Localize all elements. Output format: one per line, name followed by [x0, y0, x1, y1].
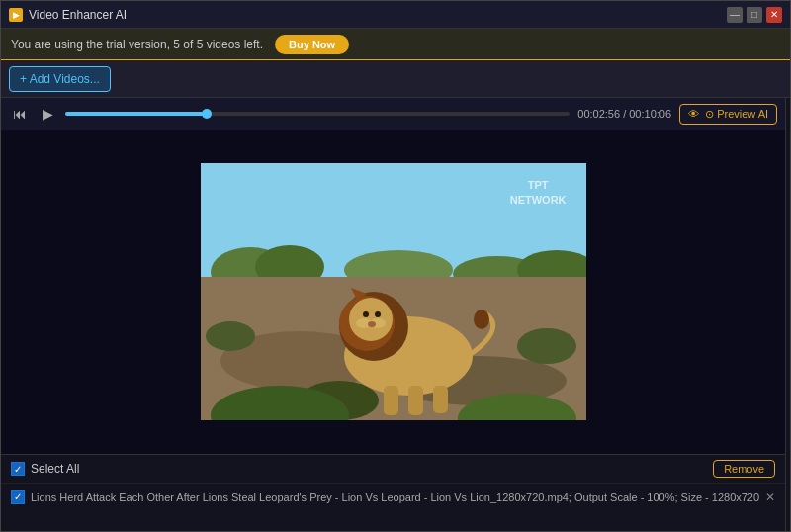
- main-area: ⏮ ▶ 00:02:56 / 00:10:06 👁 ⊙ Preview AI: [1, 98, 790, 532]
- video-frame: TPT NETWORK: [201, 163, 586, 420]
- buy-now-button[interactable]: Buy Now: [275, 35, 349, 54]
- preview-ai-button[interactable]: 👁 ⊙ Preview AI: [679, 104, 777, 125]
- seek-fill: [65, 112, 207, 116]
- file-close-icon[interactable]: ✕: [765, 490, 775, 504]
- trial-message: You are using the trial version, 5 of 5 …: [11, 38, 263, 51]
- close-button[interactable]: ✕: [766, 7, 782, 23]
- remove-button[interactable]: Remove: [713, 460, 775, 478]
- video-preview: TPT NETWORK: [1, 130, 785, 454]
- ai-model-dropdown-arrow: ▼: [785, 450, 788, 461]
- svg-point-19: [375, 311, 381, 317]
- video-watermark: TPT NETWORK: [510, 178, 567, 209]
- title-bar: ▶ Video Enhancer AI — □ ✕: [1, 1, 790, 29]
- select-all-row: Select All Remove: [1, 455, 785, 483]
- play-button[interactable]: ▶: [39, 104, 57, 124]
- file-list-row: Lions Herd Attack Each Other After Lions…: [1, 483, 785, 510]
- add-videos-button[interactable]: + Add Videos...: [9, 66, 111, 92]
- trial-bar: You are using the trial version, 5 of 5 …: [1, 29, 790, 60]
- time-display: 00:02:56 / 00:10:06: [577, 108, 671, 120]
- file-name-text: Lions Herd Attack Each Other After Lions…: [31, 491, 759, 503]
- seek-thumb: [202, 109, 212, 119]
- svg-rect-22: [384, 386, 398, 415]
- minimize-button[interactable]: —: [727, 7, 743, 23]
- maximize-button[interactable]: □: [747, 7, 762, 23]
- app-icon: ▶: [9, 8, 23, 22]
- file-list-area: Select All Remove Lions Herd Attack Each…: [1, 454, 785, 532]
- select-all-label: Select All: [31, 462, 79, 476]
- file-checkbox[interactable]: [11, 490, 25, 504]
- window-controls: — □ ✕: [727, 7, 782, 23]
- select-all-left: Select All: [11, 462, 79, 476]
- svg-point-25: [474, 310, 489, 329]
- title-bar-left: ▶ Video Enhancer AI: [9, 8, 127, 22]
- seek-bar[interactable]: [65, 112, 570, 116]
- svg-point-18: [363, 311, 369, 317]
- svg-point-10: [517, 328, 576, 364]
- toolbar: + Add Videos...: [1, 60, 790, 98]
- right-panel: ❮ ❯ Lions Herd Attack Each Other After L…: [785, 98, 791, 532]
- svg-point-15: [349, 298, 393, 341]
- prev-button[interactable]: ⏮: [9, 104, 31, 124]
- svg-point-9: [206, 321, 255, 351]
- left-panel: ⏮ ▶ 00:02:56 / 00:10:06 👁 ⊙ Preview AI: [1, 98, 785, 532]
- select-all-checkbox[interactable]: [11, 462, 25, 476]
- svg-rect-23: [408, 386, 423, 415]
- video-controls-bar: ⏮ ▶ 00:02:56 / 00:10:06 👁 ⊙ Preview AI: [1, 98, 785, 130]
- svg-rect-24: [433, 386, 448, 413]
- app-title: Video Enhancer AI: [29, 8, 127, 22]
- eye-icon: 👁: [688, 108, 699, 120]
- svg-point-20: [368, 321, 376, 327]
